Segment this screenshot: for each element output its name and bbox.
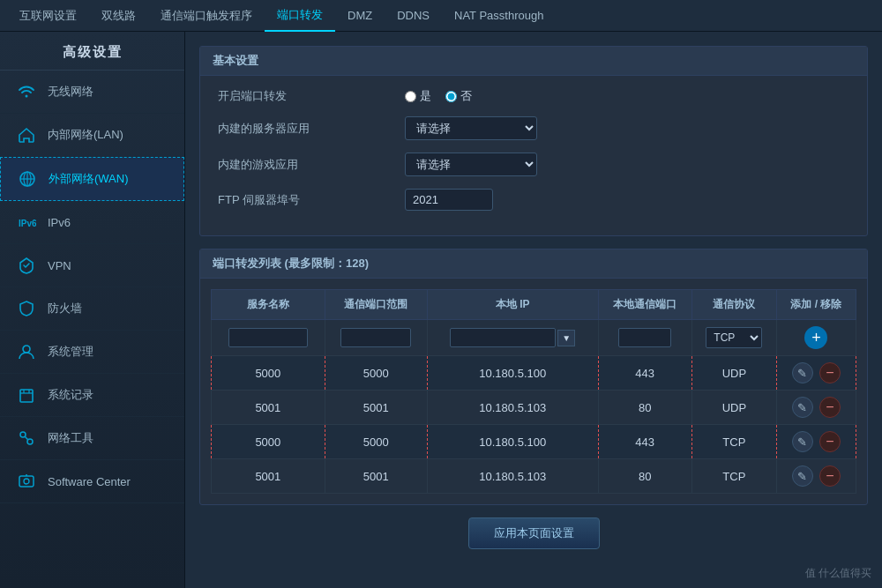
input-service-cell: [212, 320, 325, 356]
radio-no-label[interactable]: 否: [445, 88, 472, 104]
row-2-action-container: ✎−: [782, 431, 850, 452]
row-3-action-cell: ✎−: [776, 459, 856, 494]
row-1-action-container: ✎−: [782, 397, 850, 418]
basic-settings-title: 基本设置: [200, 47, 867, 76]
col-service: 服务名称: [212, 290, 325, 320]
svg-point-11: [20, 432, 26, 437]
basic-settings-section: 基本设置 开启端口转发 是 否: [199, 46, 868, 236]
sidebar: 高级设置 无线网络内部网络(LAN)外部网络(WAN)IPv6IPv6VPN防火…: [0, 32, 185, 588]
row-0-action-container: ✎−: [782, 362, 850, 383]
delete-row-2-button[interactable]: −: [819, 431, 841, 452]
ip-dropdown-btn[interactable]: ▼: [557, 330, 575, 346]
row-3-cell-4: TCP: [691, 459, 776, 494]
table-row: 5001500110.180.5.10380UDP✎−: [212, 391, 856, 425]
top-nav-tab-0[interactable]: 互联网设置: [7, 1, 89, 31]
row-2-cell-3: 443: [598, 425, 691, 459]
ftp-control: [405, 189, 493, 211]
game-app-row: 内建的游戏应用 请选择: [218, 153, 849, 176]
row-2-cell-2: 10.180.5.100: [427, 425, 598, 459]
radio-yes-label[interactable]: 是: [405, 88, 431, 104]
ftp-input[interactable]: [405, 189, 493, 211]
server-app-row: 内建的服务器应用 请选择: [218, 116, 849, 140]
wifi-icon: [16, 81, 37, 102]
sidebar-item------wan-[interactable]: 外部网络(WAN): [0, 157, 184, 201]
port-input-row: ▼ TCP UDP BOTH: [212, 320, 856, 356]
sidebar-item-vpn[interactable]: VPN: [0, 244, 184, 287]
top-nav-tab-1[interactable]: 双线路: [89, 1, 148, 31]
sidebar-label-3: IPv6: [48, 216, 71, 229]
top-nav-tab-4[interactable]: DMZ: [335, 2, 385, 29]
col-local-port: 本地通信端口: [598, 290, 691, 320]
sidebar-label-1: 内部网络(LAN): [48, 127, 123, 143]
row-3-cell-3: 80: [598, 459, 691, 494]
row-3-cell-2: 10.180.5.103: [427, 459, 598, 494]
input-port-range[interactable]: [340, 328, 411, 347]
delete-row-3-button[interactable]: −: [819, 465, 841, 487]
port-table-body: ▼ TCP UDP BOTH: [212, 320, 856, 494]
sidebar-item-----[interactable]: 系统管理: [0, 331, 184, 374]
sidebar-item-ipv6[interactable]: IPv6IPv6: [0, 201, 184, 244]
svg-rect-7: [20, 390, 33, 402]
port-forward-control: 是 否: [405, 88, 472, 104]
sidebar-label-6: 系统管理: [48, 344, 93, 360]
top-nav-tab-6[interactable]: NAT Passthrough: [442, 2, 556, 29]
input-local-port[interactable]: [618, 328, 671, 347]
sidebar-header: 高级设置: [0, 32, 184, 71]
delete-row-1-button[interactable]: −: [819, 397, 841, 418]
sidebar-item-----[interactable]: 无线网络: [0, 71, 184, 114]
input-service-name[interactable]: [228, 328, 308, 347]
sidebar-item------lan-[interactable]: 内部网络(LAN): [0, 114, 184, 157]
row-1-cell-0: 5001: [212, 391, 325, 425]
row-0-cell-3: 443: [598, 356, 691, 391]
sidebar-item----[interactable]: 防火墙: [0, 287, 184, 331]
server-app-select[interactable]: 请选择: [405, 116, 537, 140]
svg-point-12: [27, 439, 33, 444]
row-1-cell-2: 10.180.5.103: [427, 391, 598, 425]
input-local-port-cell: [598, 320, 691, 356]
main-content: 基本设置 开启端口转发 是 否: [185, 32, 882, 588]
radio-no-input[interactable]: [445, 91, 457, 102]
ipv6-icon: IPv6: [16, 212, 37, 233]
edit-row-0-button[interactable]: ✎: [792, 362, 813, 383]
apply-button[interactable]: 应用本页面设置: [468, 517, 600, 549]
sidebar-label-4: VPN: [48, 259, 71, 272]
vpn-icon: [16, 255, 37, 276]
top-nav-tab-3[interactable]: 端口转发: [265, 0, 335, 32]
user-icon: [16, 341, 37, 362]
input-protocol-select[interactable]: TCP UDP BOTH: [706, 327, 762, 348]
port-table-header-row: 服务名称 通信端口范围 本地 IP 本地通信端口 通信协议 添加 / 移除: [212, 290, 856, 320]
row-0-action-cell: ✎−: [776, 356, 856, 391]
delete-row-0-button[interactable]: −: [819, 362, 841, 383]
edit-row-2-button[interactable]: ✎: [792, 431, 813, 452]
port-forward-radio-group: 是 否: [405, 88, 472, 104]
port-table-title: 端口转发列表 (最多限制：128): [200, 249, 867, 279]
add-row-button[interactable]: +: [804, 326, 827, 349]
input-action-container: +: [782, 326, 850, 349]
row-3-cell-1: 5001: [325, 459, 427, 494]
ip-input-container: ▼: [433, 328, 593, 347]
svg-point-15: [24, 479, 29, 484]
input-local-ip[interactable]: [450, 328, 556, 347]
row-2-cell-1: 5000: [325, 425, 427, 459]
server-app-label: 内建的服务器应用: [218, 121, 394, 137]
sidebar-item-----[interactable]: 系统记录: [0, 374, 184, 417]
sidebar-item-software-center[interactable]: Software Center: [0, 460, 184, 503]
top-nav-tab-5[interactable]: DDNS: [385, 2, 442, 29]
port-table-content: 服务名称 通信端口范围 本地 IP 本地通信端口 通信协议 添加 / 移除: [200, 279, 867, 504]
sidebar-label-2: 外部网络(WAN): [49, 171, 129, 187]
edit-row-3-button[interactable]: ✎: [792, 465, 813, 487]
col-local-ip: 本地 IP: [427, 290, 598, 320]
svg-point-6: [23, 346, 30, 353]
watermark: 值 什么值得买: [805, 566, 871, 581]
edit-row-1-button[interactable]: ✎: [792, 397, 813, 418]
sidebar-label-9: Software Center: [48, 475, 131, 488]
row-3-action-container: ✎−: [782, 465, 850, 487]
row-0-cell-0: 5000: [212, 356, 325, 391]
home-icon: [16, 124, 37, 145]
apply-btn-row: 应用本页面设置: [199, 517, 868, 549]
sidebar-item-----[interactable]: 网络工具: [0, 417, 184, 460]
game-app-select[interactable]: 请选择: [405, 153, 537, 176]
top-nav-tab-2[interactable]: 通信端口触发程序: [148, 1, 265, 31]
radio-yes-input[interactable]: [405, 91, 416, 102]
edit-icon: [16, 384, 37, 406]
